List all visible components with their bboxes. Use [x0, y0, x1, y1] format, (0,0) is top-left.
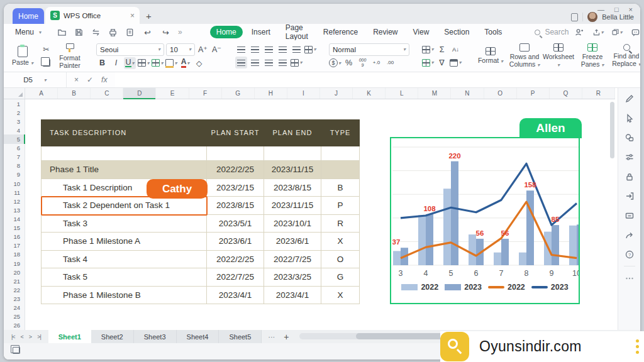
freeze-panes-button[interactable]: Freeze Panes ▾	[576, 41, 609, 70]
row-header-6[interactable]: 6	[4, 144, 25, 153]
more-sheets-button[interactable]: ···	[262, 333, 281, 341]
menu-label[interactable]: Menu	[15, 28, 34, 36]
conditional-format-button[interactable]: ▾	[422, 43, 434, 55]
autosum-button[interactable]: Σ	[436, 43, 448, 55]
table-cell[interactable]: 2023/5/1	[207, 215, 264, 233]
column-header-K[interactable]: K	[353, 88, 386, 99]
wrap-text-button[interactable]: ▾	[291, 57, 303, 69]
table-cell[interactable]: 2023/10/1	[264, 215, 321, 233]
align-bottom-button[interactable]	[263, 43, 275, 55]
view-mode-icon[interactable]	[13, 347, 20, 354]
output-icon[interactable]	[91, 27, 101, 38]
export-icon[interactable]	[624, 190, 635, 201]
row-header-20[interactable]: 20	[4, 268, 25, 277]
row-header-19[interactable]: 19	[4, 259, 25, 268]
column-header-Q[interactable]: Q	[550, 88, 582, 99]
worksheet-button[interactable]: Worksheet ▾	[542, 41, 575, 70]
table-cell[interactable]: 2023/4/1	[264, 287, 321, 305]
row-header-11[interactable]: 11	[4, 188, 25, 197]
vertical-scrollbar[interactable]	[610, 102, 614, 158]
row-header-16[interactable]: 16	[4, 233, 25, 241]
font-name-select[interactable]: Seoui▾	[96, 43, 164, 56]
tab-close-icon[interactable]: ×	[130, 11, 135, 20]
chart[interactable]: 371082205656158858345678910 202220232022…	[390, 137, 580, 304]
justify-button[interactable]	[277, 57, 289, 69]
more-icon[interactable]	[624, 273, 635, 283]
filter-button[interactable]: ∇	[436, 57, 448, 69]
table-cell[interactable]: 2022/7/25	[207, 268, 264, 287]
table-cell[interactable]: B	[321, 179, 360, 197]
cancel-icon[interactable]: ×	[74, 75, 79, 84]
column-header-A[interactable]: A	[25, 88, 58, 99]
ribbon-tab-view[interactable]: View	[407, 26, 436, 38]
lock-icon[interactable]	[624, 171, 635, 182]
table-row[interactable]: Task 42022/2/252022/7/25O	[41, 251, 360, 269]
more-chevrons-icon[interactable]: »	[178, 28, 182, 36]
column-header-M[interactable]: M	[418, 88, 451, 99]
share-icon[interactable]: ▾	[592, 27, 603, 38]
row-header-8[interactable]: 8	[4, 162, 25, 170]
comment-icon[interactable]	[630, 27, 640, 38]
cell-style-select[interactable]: Normal▾	[329, 43, 409, 56]
font-color-button[interactable]: A▾	[179, 57, 191, 69]
align-center-button[interactable]	[249, 57, 261, 69]
column-header-G[interactable]: G	[222, 88, 255, 99]
table-row[interactable]: Phase 1 Milestone B2023/4/12023/4/1X	[41, 287, 360, 305]
column-header-J[interactable]: J	[320, 88, 353, 99]
font-size-select[interactable]: 10▾	[166, 43, 195, 56]
table-cell[interactable]: 2023/11/15	[264, 197, 321, 215]
bold-button[interactable]: B	[96, 57, 108, 69]
align-top-button[interactable]	[235, 43, 247, 55]
ribbon-tab-tools[interactable]: Tools	[478, 26, 508, 38]
sheet-tab-sheet1[interactable]: Sheet1	[48, 330, 91, 343]
copy-icon[interactable]	[40, 57, 52, 69]
document-icon[interactable]	[571, 13, 578, 21]
format-painter-button[interactable]: Format Painter	[56, 42, 84, 70]
select-all-corner[interactable]	[4, 88, 25, 99]
cut-icon[interactable]: ✂	[40, 43, 52, 55]
ribbon-tab-section[interactable]: Section	[438, 26, 475, 38]
share-icon[interactable]	[624, 229, 635, 240]
table-cell[interactable]: Task 4	[41, 251, 207, 269]
document-tab[interactable]: S WPS Office ×	[45, 7, 140, 24]
row-header-25[interactable]: 25	[4, 312, 25, 321]
user-account[interactable]: Bella Little	[571, 12, 634, 22]
column-header-I[interactable]: I	[287, 88, 320, 99]
format-button[interactable]: Format ▾	[474, 41, 507, 70]
column-header-P[interactable]: P	[517, 88, 550, 99]
column-header-N[interactable]: N	[451, 88, 484, 99]
table-cell[interactable]: X	[321, 233, 360, 251]
underline-button[interactable]: U▾	[124, 57, 136, 69]
sheet-nav-1[interactable]: <	[21, 334, 23, 340]
table-cell[interactable]	[321, 146, 360, 161]
table-cell[interactable]: Phase 1 Title	[41, 161, 207, 179]
row-header-12[interactable]: 12	[4, 197, 25, 206]
table-cell[interactable]: 2022/2/25	[207, 161, 264, 179]
table-cell[interactable]	[321, 161, 360, 179]
increase-font-button[interactable]: A⁺	[197, 43, 209, 55]
sheet-nav-0[interactable]: |<	[11, 334, 15, 340]
column-header-L[interactable]: L	[386, 88, 418, 99]
table-cell[interactable]: 2023/8/15	[264, 179, 321, 197]
switch-window-icon[interactable]: ▾	[611, 27, 622, 38]
find-and-replace-button[interactable]: Find and Replace ▾	[610, 41, 640, 70]
shapes-icon[interactable]	[624, 132, 635, 143]
print-preview-icon[interactable]	[125, 27, 135, 38]
table-cell[interactable]	[264, 146, 321, 161]
cell-shading-button[interactable]: ▾	[152, 57, 164, 69]
redo-icon[interactable]: ↪	[160, 26, 172, 38]
add-sheet-button[interactable]: +	[281, 332, 291, 342]
sheet-tab-sheet2[interactable]: Sheet2	[91, 330, 134, 343]
sheet-tab-sheet4[interactable]: Sheet4	[177, 330, 219, 343]
table-cell[interactable]: Task 5	[41, 268, 207, 287]
printer-icon[interactable]	[108, 27, 118, 38]
add-person-icon[interactable]	[574, 27, 584, 38]
table-row[interactable]	[41, 146, 360, 161]
save-icon[interactable]	[74, 27, 84, 38]
table-row[interactable]: Task 52022/7/252023/3/25G	[41, 268, 360, 287]
avatar[interactable]	[587, 12, 597, 22]
table-cell[interactable]: 2023/3/25	[264, 268, 321, 287]
enter-icon[interactable]: ✓	[87, 75, 93, 84]
percent-format-button[interactable]: %	[343, 57, 355, 69]
undo-icon[interactable]: ↩	[142, 26, 153, 38]
